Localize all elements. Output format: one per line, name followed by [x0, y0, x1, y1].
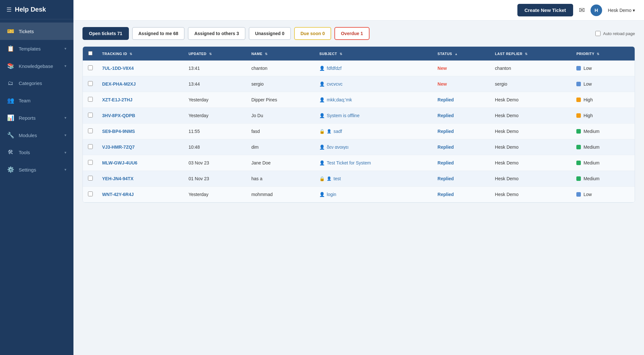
cell-tracking-id: DEX-PHA-M2XJ — [98, 76, 184, 92]
cell-status: Replied — [433, 187, 490, 202]
subject-link[interactable]: test — [333, 176, 341, 181]
sidebar-item-knowledgebase[interactable]: 📚 Knowledgebase ▾ — [0, 57, 73, 75]
tools-icon: 🛠 — [7, 149, 14, 156]
cell-status: New — [433, 61, 490, 76]
sidebar-item-tickets[interactable]: 🎫 Tickets — [0, 23, 73, 40]
user-menu[interactable]: Hesk Demo ▾ — [608, 8, 635, 13]
hamburger-icon[interactable]: ☰ — [6, 6, 12, 13]
sort-status-icon: ▲ — [455, 52, 458, 56]
sidebar-item-categories[interactable]: 🗂 Categories — [0, 75, 73, 92]
sidebar-item-team[interactable]: 👥 Team — [0, 92, 73, 109]
create-ticket-button[interactable]: Create New Ticket — [517, 4, 573, 16]
row-checkbox-cell — [83, 92, 98, 108]
select-all-checkbox[interactable] — [88, 51, 92, 55]
templates-icon: 📋 — [7, 45, 14, 52]
subject-link[interactable]: δεν ανοιγει — [327, 145, 348, 150]
cell-updated: 03 Nov 23 — [184, 155, 247, 171]
cell-last-replier: Hesk Demo — [490, 139, 572, 155]
unassigned-filter[interactable]: Unassigned 0 — [249, 27, 291, 40]
auto-reload-toggle[interactable]: Auto reload page — [595, 31, 635, 36]
table-row: XZT-E1J-2THJ Yesterday Dipper Pines 👤 mk… — [83, 92, 635, 108]
ticket-id-link[interactable]: DEX-PHA-M2XJ — [102, 81, 136, 87]
person-icon: 👤 — [319, 160, 325, 165]
sidebar-item-reports[interactable]: 📊 Reports ▾ — [0, 109, 73, 126]
cell-status: New — [433, 76, 490, 92]
table-row: MLW-GWJ-4UU6 03 Nov 23 Jane Doe 👤 Test T… — [83, 155, 635, 171]
cell-last-replier: Hesk Demo — [490, 171, 572, 187]
ticket-id-link[interactable]: XZT-E1J-2THJ — [102, 97, 132, 102]
subject-link[interactable]: System is offline — [327, 113, 360, 118]
subject-link[interactable]: sadf — [333, 129, 342, 134]
ticket-id-link[interactable]: WNT-42Y-6R4J — [102, 192, 134, 197]
tickets-table: TRACKING ID ⇅ UPDATED ⇅ NAME ⇅ SUBJECT ⇅… — [83, 47, 635, 202]
cell-last-replier: Hesk Demo — [490, 187, 572, 202]
cell-status: Replied — [433, 92, 490, 108]
row-checkbox[interactable] — [88, 144, 93, 149]
row-checkbox[interactable] — [88, 160, 93, 165]
th-last-replier[interactable]: LAST REPLIER ⇅ — [490, 47, 572, 61]
row-checkbox[interactable] — [88, 192, 93, 196]
th-name[interactable]: NAME ⇅ — [247, 47, 315, 61]
th-tracking-id[interactable]: TRACKING ID ⇅ — [98, 47, 184, 61]
due-soon-filter[interactable]: Due soon 0 — [294, 27, 331, 40]
app-title: Help Desk — [15, 6, 46, 13]
subject-link[interactable]: fdfdfdzf — [327, 66, 341, 71]
cell-priority: Low — [572, 61, 635, 76]
cell-updated: 11:55 — [184, 124, 247, 139]
th-status[interactable]: STATUS ▲ — [433, 47, 490, 61]
assigned-to-me-filter[interactable]: Assigned to me 68 — [132, 27, 185, 40]
cell-subject: 👤 Test Ticket for System — [315, 155, 433, 171]
unassigned-label: Unassigned — [255, 31, 281, 36]
tickets-table-wrapper: TRACKING ID ⇅ UPDATED ⇅ NAME ⇅ SUBJECT ⇅… — [82, 46, 635, 203]
cell-last-replier: Hesk Demo — [490, 108, 572, 124]
overdue-filter[interactable]: Overdue 1 — [334, 27, 370, 40]
row-checkbox[interactable] — [88, 128, 93, 133]
cell-priority: High — [572, 92, 635, 108]
subject-link[interactable]: Test Ticket for System — [327, 160, 371, 165]
ticket-id-link[interactable]: VJ3-HMR-7ZQ7 — [102, 145, 135, 150]
subject-link[interactable]: login — [327, 192, 336, 197]
sidebar-item-tools[interactable]: 🛠 Tools ▾ — [0, 144, 73, 161]
sidebar-item-templates[interactable]: 📋 Templates ▾ — [0, 40, 73, 57]
person-icon: 👤 — [327, 129, 332, 134]
row-checkbox-cell — [83, 139, 98, 155]
ticket-id-link[interactable]: 3HV-8PX-QDPB — [102, 113, 135, 118]
sidebar-item-modules[interactable]: 🔧 Modules ▾ — [0, 126, 73, 144]
row-checkbox[interactable] — [88, 113, 93, 117]
th-updated[interactable]: UPDATED ⇅ — [184, 47, 247, 61]
sidebar-item-settings[interactable]: ⚙️ Settings ▾ — [0, 161, 73, 178]
sidebar-item-label: Templates — [19, 46, 41, 51]
row-checkbox[interactable] — [88, 176, 93, 181]
cell-priority: Low — [572, 187, 635, 202]
open-tickets-filter[interactable]: Open tickets 71 — [82, 27, 129, 40]
priority-label: Medium — [583, 176, 600, 181]
th-priority[interactable]: PRIORITY ⇅ — [572, 47, 635, 61]
chevron-icon: ▾ — [64, 133, 66, 137]
settings-icon: ⚙️ — [7, 166, 14, 173]
sidebar-item-label: Reports — [19, 115, 36, 121]
auto-reload-checkbox[interactable] — [595, 31, 601, 36]
priority-indicator — [576, 98, 581, 102]
th-select-all[interactable] — [83, 47, 98, 61]
sort-name-icon: ⇅ — [265, 52, 268, 56]
reports-icon: 📊 — [7, 114, 14, 121]
ticket-id-link[interactable]: MLW-GWJ-4UU6 — [102, 160, 137, 165]
th-subject[interactable]: SUBJECT ⇅ — [315, 47, 433, 61]
cell-status: Replied — [433, 124, 490, 139]
tickets-icon: 🎫 — [7, 28, 14, 35]
row-checkbox[interactable] — [88, 97, 93, 102]
chevron-icon: ▾ — [64, 46, 66, 51]
overdue-label: Overdue — [341, 31, 359, 36]
row-checkbox[interactable] — [88, 65, 93, 70]
table-row: SE9-BP4-9NMS 11:55 fasd 🔒👤 sadf Replied … — [83, 124, 635, 139]
ticket-id-link[interactable]: YEH-JN4-94TX — [102, 176, 133, 181]
assigned-to-others-filter[interactable]: Assigned to others 3 — [188, 27, 245, 40]
row-checkbox[interactable] — [88, 81, 93, 86]
ticket-id-link[interactable]: SE9-BP4-9NMS — [102, 129, 135, 134]
cell-subject: 👤 δεν ανοιγει — [315, 139, 433, 155]
mail-icon[interactable]: ✉ — [579, 6, 585, 14]
subject-link[interactable]: cvcvcvc — [327, 81, 342, 87]
ticket-id-link[interactable]: 7UL-1DD-V8X4 — [102, 66, 134, 71]
sidebar-item-label: Team — [19, 98, 31, 103]
subject-link[interactable]: mkk;daq;'mk — [327, 97, 352, 102]
